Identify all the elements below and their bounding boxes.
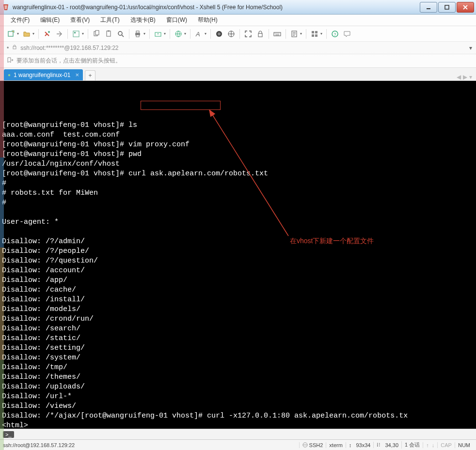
chevron-down-icon[interactable]: ▾ — [300, 31, 302, 36]
terminal-line: Disallow: /url-* — [2, 392, 474, 402]
properties-icon[interactable] — [71, 29, 81, 39]
status-protocol: SSH2 — [299, 442, 326, 448]
status-num: NUM — [455, 442, 473, 448]
terminal-line: Disallow: /account/ — [2, 266, 474, 276]
lock-small-icon — [12, 44, 17, 51]
status-bar: ssh://root@192.168.57.129:22 SSH2 xterm … — [0, 439, 476, 450]
paste-icon[interactable] — [103, 29, 114, 39]
chevron-down-icon[interactable]: ▾ — [164, 31, 166, 36]
lock-icon[interactable] — [255, 29, 266, 39]
terminal-line: /usr/local/nginx/conf/vhost — [2, 159, 474, 169]
terminal-line: Disallow: /setting/ — [2, 343, 474, 353]
svg-rect-9 — [108, 31, 110, 31]
terminal-line — [2, 227, 474, 237]
annotation-highlight-box — [141, 101, 221, 110]
terminal-line: [root@wangruifeng-01 vhost]# curl ask.ap… — [2, 169, 474, 179]
status-term: xterm — [326, 442, 346, 448]
terminal-line: Disallow: /views/ — [2, 402, 474, 411]
svg-rect-12 — [136, 31, 139, 33]
terminal-line: Disallow: /?/question/ — [2, 256, 474, 266]
svg-rect-1 — [445, 5, 449, 9]
new-tab-button[interactable]: + — [85, 70, 95, 80]
chevron-down-icon[interactable]: ▾ — [17, 31, 19, 36]
terminal-line: Disallow: /?/people/ — [2, 247, 474, 256]
compose-toggle-icon[interactable]: >_ — [3, 431, 14, 438]
feedback-icon[interactable] — [342, 29, 352, 39]
reconnect-icon[interactable] — [42, 29, 52, 39]
status-cap: CAP — [437, 442, 455, 448]
toolbar: ▾ ▾ ▾ ▾ ▾ ▾ A▾ ▾ ▾ ? — [0, 26, 476, 42]
copy-icon[interactable] — [91, 29, 102, 39]
menu-view[interactable]: 查看(V) — [66, 15, 94, 26]
terminal-line: Disallow: /themes/ — [2, 372, 474, 382]
bookmark-arrow-icon[interactable] — [7, 57, 14, 65]
find-icon[interactable] — [115, 29, 126, 39]
svg-rect-29 — [13, 47, 16, 49]
tab-next-icon[interactable]: ▶ — [463, 74, 467, 80]
chevron-down-icon[interactable]: ▾ — [82, 31, 84, 36]
highlight-icon[interactable] — [226, 29, 237, 39]
window-accent-strip — [0, 0, 4, 450]
svg-rect-14 — [155, 32, 161, 36]
chevron-down-icon[interactable]: ▾ — [32, 31, 34, 36]
svg-rect-23 — [312, 31, 314, 33]
svg-rect-13 — [136, 35, 139, 37]
open-folder-icon[interactable] — [21, 29, 32, 39]
terminal-line: Disallow: /app/ — [2, 276, 474, 285]
terminal-line: Disallow: /cache/ — [2, 285, 474, 295]
keyboard-icon[interactable] — [272, 29, 283, 39]
chevron-down-icon[interactable]: ▾ — [320, 31, 322, 36]
chevron-down-icon[interactable]: ▾ — [205, 31, 206, 36]
menu-edit[interactable]: 编辑(E) — [36, 15, 63, 26]
terminal-line: Disallow: /static/ — [2, 334, 474, 343]
help-icon[interactable]: ? — [330, 29, 340, 39]
minimize-button[interactable] — [420, 2, 437, 13]
layout-icon[interactable] — [309, 29, 320, 39]
script-icon[interactable] — [289, 29, 300, 39]
chevron-down-icon[interactable]: ▾ — [184, 31, 186, 36]
menu-tools[interactable]: 工具(T) — [96, 15, 123, 26]
disconnect-icon[interactable] — [54, 29, 64, 39]
toolbar-separator — [326, 29, 327, 39]
status-updown-icon: ↑ ↓ — [423, 442, 437, 448]
tab-nav-arrows: ◀ ▶ ▾ — [457, 74, 472, 80]
terminal-line: Disallow: /?/admin/ — [2, 237, 474, 247]
terminal-line: Disallow: /*/ajax/[root@wangruifeng-01 v… — [2, 411, 474, 421]
tab-prev-icon[interactable]: ◀ — [457, 74, 461, 80]
new-session-icon[interactable] — [6, 29, 16, 39]
maximize-button[interactable] — [438, 2, 456, 13]
terminal-line: Disallow: /system/ — [2, 353, 474, 363]
close-button[interactable] — [457, 2, 474, 13]
svg-rect-4 — [73, 31, 79, 37]
menu-tab[interactable]: 选项卡(B) — [127, 15, 159, 26]
toolbar-separator — [210, 29, 211, 39]
tab-list-icon[interactable]: ▾ — [469, 74, 472, 80]
xftp-icon[interactable] — [153, 29, 163, 39]
close-tab-icon[interactable]: × — [75, 71, 79, 78]
terminal-line: Disallow: /tmp/ — [2, 363, 474, 372]
menu-window[interactable]: 窗口(W) — [162, 15, 191, 26]
menu-help[interactable]: 帮助(H) — [194, 15, 222, 26]
toolbar-separator — [38, 29, 39, 39]
connection-status-icon: ● — [8, 72, 11, 78]
color-icon[interactable] — [214, 29, 224, 39]
globe-icon[interactable] — [173, 29, 184, 39]
expand-toggle-icon[interactable]: ▾ — [469, 45, 472, 51]
status-size: ↕ 93x34 — [346, 442, 374, 448]
toolbar-separator — [190, 29, 190, 39]
address-text[interactable]: ssh://root:********@192.168.57.129:22 — [20, 45, 118, 51]
toolbar-separator — [149, 29, 150, 39]
svg-rect-7 — [95, 31, 99, 35]
terminal-line: # robots.txt for MiWen — [2, 188, 474, 198]
svg-text:?: ? — [334, 32, 336, 37]
svg-point-18 — [218, 32, 221, 35]
menu-file[interactable]: 文件(F) — [7, 15, 33, 26]
session-tab[interactable]: ● 1 wangruifenglinux-01 × — [4, 69, 83, 80]
font-icon[interactable]: A — [193, 29, 204, 39]
toolbar-separator — [269, 29, 269, 39]
print-icon[interactable] — [132, 29, 143, 39]
terminal-line: Disallow: /models/ — [2, 305, 474, 314]
chevron-down-icon[interactable]: ▾ — [143, 31, 145, 36]
terminal-output[interactable]: 在vhost下新建一个配置文件 [root@wangruifeng-01 vho… — [0, 81, 476, 429]
fullscreen-icon[interactable] — [243, 29, 254, 39]
